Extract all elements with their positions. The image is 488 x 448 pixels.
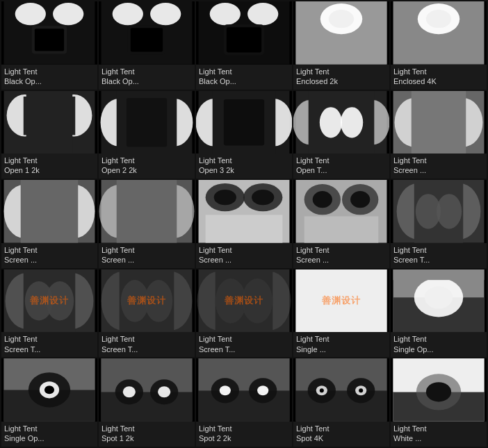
thumbnail-image-24 xyxy=(293,358,389,422)
svg-rect-50 xyxy=(21,180,79,243)
thumbnail-image-4 xyxy=(293,1,389,65)
svg-rect-60 xyxy=(206,215,283,243)
thumbnail-cell-7[interactable]: Light Tent Open 2 2k xyxy=(99,91,195,179)
thumbnail-label-13: Light Tent Screen ... xyxy=(196,243,292,268)
thumbnail-image-2 xyxy=(99,1,195,65)
thumbnail-label-24: Light Tent Spot 4K xyxy=(293,422,389,447)
thumbnail-cell-8[interactable]: Light Tent Open 3 2k xyxy=(196,91,292,179)
thumbnail-label-8: Light Tent Open 3 2k xyxy=(196,154,292,179)
thumbnail-image-23 xyxy=(196,358,292,422)
thumbnail-cell-15[interactable]: Light Tent Screen T... xyxy=(391,180,487,268)
thumbnail-cell-4[interactable]: Light Tent Enclosed 2k xyxy=(293,1,389,90)
thumbnail-label-10: Light Tent Screen ... xyxy=(391,154,487,179)
thumbnail-label-14: Light Tent Screen ... xyxy=(293,243,389,268)
svg-rect-113 xyxy=(199,358,290,390)
svg-rect-31 xyxy=(127,98,167,147)
thumbnail-cell-24[interactable]: Light Tent Spot 4K xyxy=(293,358,389,447)
thumbnail-image-15 xyxy=(391,180,487,243)
thumbnail-cell-25[interactable]: Light Tent White ... xyxy=(391,358,487,447)
thumbnail-cell-23[interactable]: Light Tent Spot 2 2k xyxy=(196,358,292,447)
thumbnail-image-25 xyxy=(391,358,487,422)
svg-point-18 xyxy=(329,10,354,28)
thumbnail-cell-10[interactable]: Light Tent Screen ... xyxy=(391,91,487,179)
thumbnail-cell-5[interactable]: Light Tent Enclosed 4K xyxy=(391,1,487,90)
thumbnail-image-3 xyxy=(196,1,292,65)
svg-point-89 xyxy=(215,279,246,323)
thumbnail-image-22 xyxy=(99,358,195,422)
thumbnail-label-21: Light Tent Single Op... xyxy=(1,422,97,447)
svg-rect-105 xyxy=(101,392,193,422)
thumbnail-label-2: Light Tent Black Op... xyxy=(99,65,195,90)
svg-point-11 xyxy=(210,3,241,25)
thumbnail-label-1: Light Tent Black Op... xyxy=(1,65,97,90)
svg-point-78 xyxy=(46,281,74,320)
thumbnail-image-11 xyxy=(1,180,97,243)
thumbnail-image-10 xyxy=(391,91,487,154)
svg-rect-97 xyxy=(393,269,485,280)
thumbnail-cell-16[interactable]: 善渊设计Light Tent Screen T... xyxy=(1,269,97,358)
svg-rect-54 xyxy=(117,180,177,243)
svg-point-72 xyxy=(437,194,462,229)
thumbnail-cell-9[interactable]: Light Tent Open T... xyxy=(293,91,389,179)
thumbnail-cell-6[interactable]: Light Tent Open 1 2k xyxy=(1,91,97,179)
svg-point-21 xyxy=(426,10,451,28)
svg-rect-106 xyxy=(101,358,193,392)
thumbnail-cell-12[interactable]: Light Tent Screen ... xyxy=(99,180,195,268)
thumbnail-cell-22[interactable]: Light Tent Spot 1 2k xyxy=(99,358,195,447)
thumbnail-cell-13[interactable]: Light Tent Screen ... xyxy=(196,180,292,268)
svg-point-64 xyxy=(313,191,332,208)
thumbnail-cell-17[interactable]: 善渊设计Light Tent Screen T... xyxy=(99,269,195,358)
thumbnail-image-18: 善渊设计 xyxy=(196,269,292,333)
svg-point-65 xyxy=(350,191,370,208)
thumbnail-cell-21[interactable]: Light Tent Single Op... xyxy=(1,358,97,447)
svg-point-126 xyxy=(359,389,363,393)
svg-rect-26 xyxy=(26,91,72,154)
thumbnail-label-4: Light Tent Enclosed 2k xyxy=(293,65,389,90)
thumbnail-cell-11[interactable]: Light Tent Screen ... xyxy=(1,180,97,268)
svg-rect-36 xyxy=(224,99,264,145)
svg-point-90 xyxy=(242,279,273,323)
thumbnail-image-19: 善渊设计 xyxy=(293,269,389,333)
thumbnail-image-16: 善渊设计 xyxy=(1,269,97,333)
thumbnail-cell-20[interactable]: Light Tent Single Op... xyxy=(391,269,487,358)
thumbnail-cell-18[interactable]: 善渊设计Light Tent Screen T... xyxy=(196,269,292,358)
thumbnail-image-20 xyxy=(391,269,487,333)
svg-point-59 xyxy=(252,190,274,205)
thumbnail-image-13 xyxy=(196,180,292,243)
thumbnail-label-5: Light Tent Enclosed 4K xyxy=(391,65,487,90)
svg-rect-92 xyxy=(296,269,387,333)
thumbnail-image-9 xyxy=(293,91,389,154)
thumbnail-image-21 xyxy=(1,358,97,422)
svg-rect-14 xyxy=(227,27,261,52)
thumbnail-label-7: Light Tent Open 2 2k xyxy=(99,154,195,179)
thumbnail-image-8 xyxy=(196,91,292,154)
thumbnail-label-23: Light Tent Spot 2 2k xyxy=(196,422,292,447)
thumbnail-label-12: Light Tent Screen ... xyxy=(99,243,195,268)
thumbnail-cell-2[interactable]: Light Tent Black Op... xyxy=(99,1,195,90)
svg-point-123 xyxy=(320,389,324,393)
svg-point-1 xyxy=(15,3,46,25)
thumbnail-cell-3[interactable]: Light Tent Black Op... xyxy=(196,1,292,90)
thumbnail-cell-14[interactable]: Light Tent Screen ... xyxy=(293,180,389,268)
thumbnail-cell-1[interactable]: Light Tent Black Op... xyxy=(1,1,97,90)
svg-point-115 xyxy=(220,386,231,396)
thumbnail-image-14 xyxy=(293,180,389,243)
thumbnail-label-25: Light Tent White ... xyxy=(391,422,487,447)
svg-point-117 xyxy=(257,386,268,396)
thumbnail-image-7 xyxy=(99,91,195,154)
thumbnail-grid: Light Tent Black Op... Light Tent Black … xyxy=(0,0,488,448)
thumbnail-image-1 xyxy=(1,1,97,65)
thumbnail-image-6 xyxy=(1,91,97,154)
thumbnail-label-17: Light Tent Screen T... xyxy=(99,332,195,357)
svg-point-42 xyxy=(341,107,363,138)
thumbnail-image-12 xyxy=(99,180,195,243)
svg-point-12 xyxy=(247,3,278,25)
thumbnail-cell-19[interactable]: 善渊设计Light Tent Single ... xyxy=(293,269,389,358)
svg-point-2 xyxy=(53,3,83,25)
svg-point-131 xyxy=(426,383,451,402)
thumbnail-label-6: Light Tent Open 1 2k xyxy=(1,154,97,179)
svg-point-103 xyxy=(44,386,54,395)
svg-point-6 xyxy=(113,3,143,25)
thumbnail-label-22: Light Tent Spot 1 2k xyxy=(99,422,195,447)
thumbnail-label-19: Light Tent Single ... xyxy=(293,332,389,357)
